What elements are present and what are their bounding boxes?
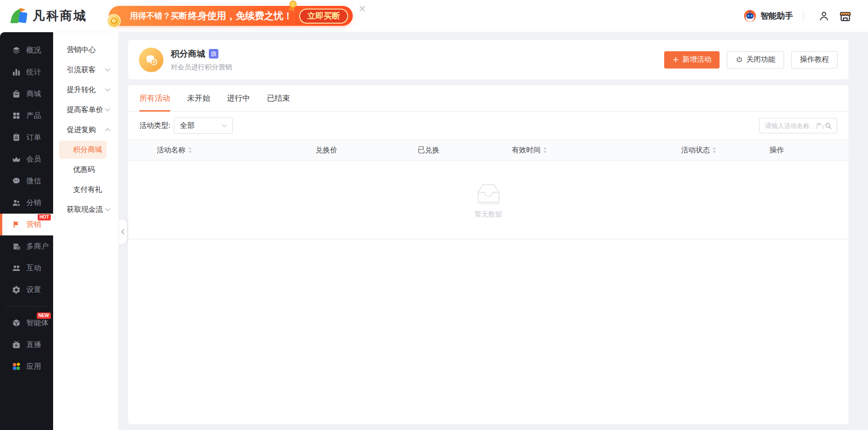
banner-close-icon[interactable] xyxy=(359,5,365,12)
sidebar-item-overview[interactable]: 概况 xyxy=(0,39,53,61)
sidebar-item-label: 设置 xyxy=(26,285,41,295)
sidebar-item-label: 订单 xyxy=(26,133,41,142)
add-activity-button[interactable]: 新增活动 xyxy=(664,51,720,68)
submenu-item-payment-gift[interactable]: 支付有礼 xyxy=(53,180,118,200)
tab-ended[interactable]: 已结束 xyxy=(267,85,290,111)
promo-banner-text-strong: 终身使用，免续费之忧！ xyxy=(188,10,293,22)
shop-button[interactable] xyxy=(839,10,852,22)
sidebar-item-orders[interactable]: 订单 xyxy=(0,127,53,148)
layers-icon xyxy=(12,46,21,55)
flag-icon xyxy=(12,220,21,229)
submenu-item-order-value[interactable]: 提高客单价 xyxy=(53,100,118,120)
empty-inbox-icon xyxy=(473,181,503,206)
crown-icon xyxy=(12,155,21,164)
submenu-item-conversion[interactable]: 提升转化 xyxy=(53,80,118,100)
sidebar-item-ai-agent[interactable]: 智能体 NEW xyxy=(0,312,53,334)
plus-icon xyxy=(672,56,679,63)
sidebar-item-marketing[interactable]: 营销 HOT xyxy=(0,214,53,235)
users-icon xyxy=(12,264,21,273)
coin-icon xyxy=(107,14,121,28)
table-header-row: 活动名称 兑换价 已兑换 有效时间 活动状态 操作 xyxy=(128,140,848,161)
disable-feature-button[interactable]: 关闭功能 xyxy=(727,51,784,68)
shopping-bag-icon xyxy=(12,89,21,98)
tab-not-started[interactable]: 未开始 xyxy=(187,85,210,111)
cube-icon xyxy=(12,318,21,327)
column-header-exchanged: 已兑换 xyxy=(418,146,512,155)
search-icon[interactable] xyxy=(824,122,832,130)
submenu-item-label: 提升转化 xyxy=(67,85,96,95)
activity-type-select[interactable]: 全部 xyxy=(174,117,233,134)
sidebar-item-wechat[interactable]: 微信 xyxy=(0,170,53,192)
tab-in-progress[interactable]: 进行中 xyxy=(227,85,250,111)
app-window: 凡科商城 用得不错？买断 终身使用，免续费之忧！ 立即买断 xyxy=(0,0,868,430)
empty-state: 暂无数据 xyxy=(128,161,848,239)
submenu-item-label: 积分商城 xyxy=(73,145,102,155)
submenu-item-label: 优惠码 xyxy=(73,165,95,175)
submenu-item-points-mall[interactable]: 积分商城 xyxy=(59,141,107,159)
submenu-item-repurchase[interactable]: 促进复购 xyxy=(53,120,118,140)
chevron-down-icon xyxy=(222,124,227,127)
brand-logo[interactable]: 凡科商城 xyxy=(8,6,87,26)
sidebar-collapse-handle[interactable] xyxy=(119,219,127,244)
sidebar-item-multi-merchant[interactable]: 多商户 xyxy=(0,235,53,257)
sidebar-item-apps[interactable]: 应用 xyxy=(0,356,53,377)
feature-title-block: 积分商城 旗 对会员进行积分营销 xyxy=(171,48,232,72)
activity-tabs: 所有活动 未开始 进行中 已结束 xyxy=(128,85,848,112)
submenu-item-label: 引流获客 xyxy=(67,65,96,75)
live-tv-icon xyxy=(12,340,21,349)
sidebar-item-label: 微信 xyxy=(26,176,41,186)
sidebar-item-interaction[interactable]: 互动 xyxy=(0,257,53,279)
activity-type-value: 全部 xyxy=(180,121,194,131)
column-label: 活动状态 xyxy=(681,146,710,155)
sidebar-item-distribution[interactable]: 分销 xyxy=(0,192,53,214)
promo-banner-text-lead: 用得不错？买断 xyxy=(130,10,187,21)
bar-chart-icon xyxy=(12,68,21,77)
sidebar-item-live[interactable]: 直播 xyxy=(0,334,53,356)
buyout-now-button[interactable]: 立即买断 xyxy=(299,9,348,24)
primary-sidebar: 概况 统计 商城 产品 订单 会员 微信 分销 xyxy=(0,32,53,430)
column-label: 活动名称 xyxy=(157,146,186,155)
filter-row: 活动类型: 全部 xyxy=(128,112,848,140)
submenu-item-marketing-center[interactable]: 营销中心 xyxy=(53,40,118,60)
sidebar-item-products[interactable]: 产品 xyxy=(0,105,53,127)
sort-icon[interactable] xyxy=(543,147,547,153)
sort-icon[interactable] xyxy=(188,147,192,153)
submenu-item-traffic-acquisition[interactable]: 引流获客 xyxy=(53,60,118,80)
column-label: 操作 xyxy=(769,146,784,155)
sort-icon[interactable] xyxy=(712,147,716,153)
column-header-activity-name[interactable]: 活动名称 xyxy=(157,146,316,155)
page-title: 积分商城 xyxy=(171,48,205,60)
page-subtitle: 对会员进行积分营销 xyxy=(171,63,232,72)
chevron-up-icon xyxy=(105,128,110,132)
column-label: 已兑换 xyxy=(418,146,439,155)
search-input[interactable] xyxy=(764,122,824,130)
tab-all-activities[interactable]: 所有活动 xyxy=(139,85,170,111)
sidebar-item-settings[interactable]: 设置 xyxy=(0,279,53,301)
column-header-activity-status[interactable]: 活动状态 xyxy=(681,146,769,155)
empty-state-text: 暂无数据 xyxy=(475,210,502,219)
main-content: 积分商城 旗 对会员进行积分营销 新增活动 关闭功能 操作教程 xyxy=(119,32,868,430)
submenu-item-cashflow[interactable]: 获取现金流 xyxy=(53,200,118,220)
grid-icon xyxy=(12,111,21,120)
sidebar-item-label: 营销 xyxy=(26,220,41,230)
submenu-item-coupon-code[interactable]: 优惠码 xyxy=(53,160,118,180)
column-header-valid-time[interactable]: 有效时间 xyxy=(512,146,681,155)
sidebar-item-label: 智能体 xyxy=(26,318,49,328)
account-button[interactable] xyxy=(818,10,830,22)
sidebar-divider xyxy=(5,306,48,307)
secondary-sidebar: 营销中心 引流获客 提升转化 提高客单价 促进复购 积分商城 优惠码 支付有礼 … xyxy=(53,32,119,430)
wechat-icon xyxy=(12,176,21,186)
sidebar-item-label: 分销 xyxy=(26,198,41,208)
brand-logo-text: 凡科商城 xyxy=(33,8,87,24)
submenu-item-label: 支付有礼 xyxy=(73,185,102,195)
hot-badge: HOT xyxy=(38,214,51,220)
sidebar-item-statistics[interactable]: 统计 xyxy=(0,61,53,83)
disable-feature-label: 关闭功能 xyxy=(746,55,775,64)
sidebar-item-members[interactable]: 会员 xyxy=(0,148,53,170)
sidebar-item-mall[interactable]: 商城 xyxy=(0,83,53,105)
tutorial-button[interactable]: 操作教程 xyxy=(791,51,838,68)
sidebar-item-label: 商城 xyxy=(26,89,41,99)
chevron-down-icon xyxy=(105,88,110,92)
ai-assistant-button[interactable]: 智能助手 xyxy=(743,9,793,23)
submenu-item-label: 获取现金流 xyxy=(67,205,103,215)
